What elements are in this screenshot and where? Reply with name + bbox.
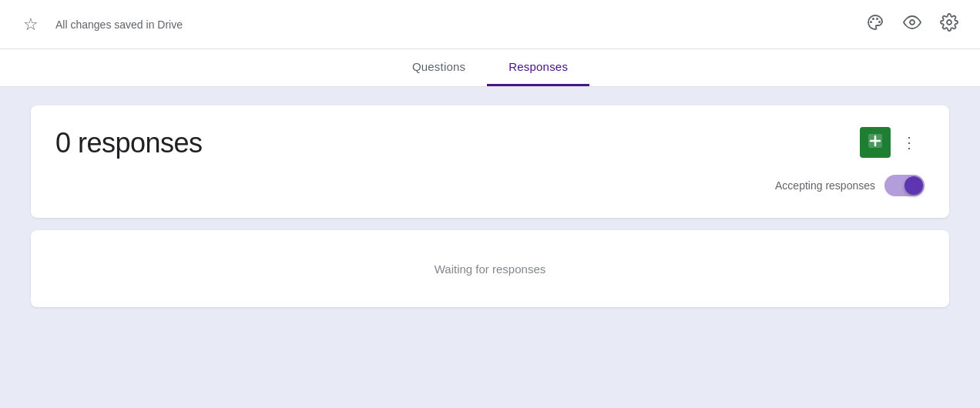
tab-responses[interactable]: Responses [487, 49, 589, 86]
star-button[interactable]: ☆ [15, 9, 46, 40]
card-actions: ⋮ [860, 127, 925, 158]
main-content: 0 responses ⋮ A [0, 87, 980, 408]
accepting-row: Accepting responses [55, 175, 925, 196]
toggle-track [884, 175, 925, 196]
svg-point-5 [947, 20, 951, 25]
svg-point-2 [876, 18, 878, 20]
spreadsheet-icon [867, 132, 884, 152]
star-icon: ☆ [23, 15, 39, 35]
header-right [860, 9, 965, 40]
eye-icon [903, 13, 921, 36]
more-icon: ⋮ [901, 133, 917, 152]
save-status: All changes saved in Drive [55, 18, 183, 31]
accepting-label: Accepting responses [775, 179, 875, 192]
responses-card: 0 responses ⋮ A [31, 105, 949, 218]
accepting-toggle[interactable] [884, 175, 925, 196]
settings-button[interactable] [934, 9, 965, 40]
svg-point-0 [870, 21, 872, 23]
response-count: 0 responses [55, 127, 203, 159]
palette-button[interactable] [860, 9, 891, 40]
svg-point-1 [872, 18, 874, 20]
card-header: 0 responses ⋮ [55, 127, 925, 159]
waiting-text: Waiting for responses [435, 263, 546, 276]
tabs-container: Questions Responses [0, 49, 980, 87]
tabs: Questions Responses [391, 49, 589, 86]
palette-icon [866, 13, 884, 36]
more-options-button[interactable]: ⋮ [894, 127, 925, 158]
spreadsheet-button[interactable] [860, 127, 891, 158]
header: ☆ All changes saved in Drive [0, 0, 980, 49]
gear-icon [940, 13, 958, 36]
toggle-thumb [904, 176, 923, 195]
svg-point-3 [878, 21, 881, 23]
header-left: ☆ All changes saved in Drive [15, 9, 183, 40]
waiting-card: Waiting for responses [31, 230, 949, 307]
svg-point-4 [910, 20, 915, 25]
tab-questions[interactable]: Questions [391, 49, 487, 86]
preview-button[interactable] [897, 9, 928, 40]
